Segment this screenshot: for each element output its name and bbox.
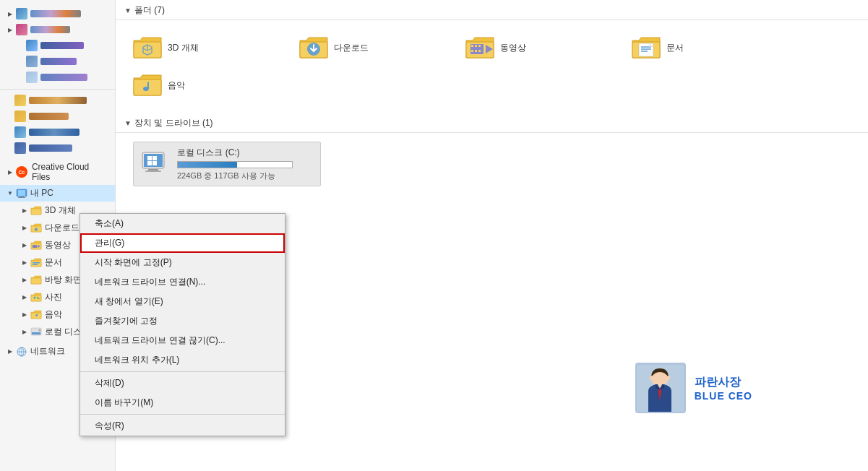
creative-cloud-label: Creative Cloud Files (32, 162, 109, 182)
folder-download-icon (30, 222, 42, 233)
ctx-item-즐겨찾기[interactable]: 즐겨찾기에 고정 (80, 311, 285, 331)
blurred-fav-3 (0, 124, 115, 140)
svg-rect-41 (478, 50, 481, 52)
disk-bar-bg (177, 161, 293, 168)
folder-icon-music (133, 72, 162, 98)
expand-arrow: ▶ (6, 25, 14, 34)
blurred-icon (16, 24, 27, 35)
svg-rect-36 (471, 45, 473, 47)
separator (0, 85, 115, 90)
blurred-label (29, 113, 69, 120)
folder-item-video[interactable]: 동영상 (457, 29, 623, 66)
folder-item-download[interactable]: 다운로드 (291, 29, 457, 66)
svg-rect-3 (18, 190, 25, 196)
ctx-item-드라이브연결끊기[interactable]: 네트워크 드라이브 연결 끊기(C)... (80, 331, 285, 350)
my-pc-label: 내 PC (30, 187, 53, 199)
docs-label: 문서 (45, 256, 62, 269)
chevron-folders: ▼ (124, 7, 132, 14)
svg-point-16 (34, 297, 36, 299)
blurred-label (40, 74, 87, 81)
3d-label: 3D 개체 (45, 204, 76, 217)
music-label: 음악 (45, 308, 62, 321)
expand-arrow-dl: ▶ (20, 223, 29, 232)
blurred-label (30, 26, 70, 33)
device-local-disk[interactable]: 로컬 디스크 (C:) 224GB 중 117GB 사용 가능 (133, 142, 321, 186)
blurred-item-3 (0, 38, 115, 53)
ctx-item-네트워크위치[interactable]: 네트워크 위치 추가(L) (80, 350, 285, 370)
svg-rect-11 (31, 261, 41, 267)
ctx-item-이름바꾸기[interactable]: 이름 바꾸기(M) (80, 393, 285, 412)
expand-arrow-mypc: ▼ (6, 189, 14, 198)
svg-rect-53 (147, 161, 152, 165)
disk-icon (30, 326, 42, 337)
device-icon (139, 148, 171, 180)
sidebar-item-my-pc[interactable]: ▼ 내 PC (0, 185, 115, 202)
folder-item-docs[interactable]: 문서 (623, 29, 789, 66)
folder-item-3d[interactable]: 3D 개체 (124, 29, 291, 66)
folder-desktop-icon (30, 274, 42, 285)
disk-bar-fill (178, 162, 237, 168)
folders-grid: 3D 개체 다운로드 (116, 20, 868, 113)
expand-arrow-3d: ▶ (20, 206, 29, 215)
folder-label-docs: 문서 (666, 42, 684, 54)
desktop-label: 바탕 화면 (45, 274, 82, 286)
device-section: 로컬 디스크 (C:) 224GB 중 117GB 사용 가능 (116, 133, 868, 195)
ctx-item-새창[interactable]: 새 창에서 열기(E) (80, 292, 285, 311)
folder-icon-3d (133, 35, 162, 61)
ctx-item-네트워크드라이브연결[interactable]: 네트워크 드라이브 연결(N)... (80, 272, 285, 292)
svg-rect-5 (18, 197, 25, 198)
folder-icon-download (299, 35, 328, 61)
ctx-item-속성[interactable]: 속성(R) (80, 416, 285, 436)
blurred-fav-4 (0, 140, 115, 156)
ctx-separator-1 (80, 371, 285, 372)
svg-rect-55 (148, 169, 158, 170)
folder-video-icon (30, 239, 42, 251)
ctx-item-삭제[interactable]: 삭제(D) (80, 373, 285, 393)
promo-text: 파란사장 BLUE CEO (695, 375, 752, 402)
photos-label: 사진 (45, 291, 62, 303)
folder-docs-icon (30, 256, 42, 268)
folders-section-label: 폴더 (7) (134, 4, 165, 17)
device-info: 로컬 디스크 (C:) 224GB 중 117GB 사용 가능 (177, 147, 314, 181)
blurred-label (29, 144, 72, 152)
expand-arrow-desk: ▶ (20, 275, 29, 284)
ctx-item-관리[interactable]: 관리(G) (80, 233, 285, 253)
download-label: 다운로드 (45, 222, 80, 234)
blurred-label (29, 97, 87, 104)
svg-rect-15 (31, 295, 41, 301)
folder-icon-docs (632, 35, 661, 61)
blurred-item-5 (0, 69, 115, 85)
promo-avatar (635, 363, 686, 413)
device-name: 로컬 디스크 (C:) (177, 147, 314, 159)
blurred-icon (26, 56, 38, 67)
svg-rect-40 (475, 50, 477, 52)
folder-item-music[interactable]: 음악 (124, 66, 291, 104)
blurred-icon (16, 8, 27, 20)
svg-rect-13 (33, 264, 38, 266)
blurred-top-items: ▶ ▶ (0, 3, 115, 159)
expand-arrow-music: ▶ (20, 310, 29, 319)
folder-label-music: 음악 (168, 79, 185, 92)
ctx-item-축소[interactable]: 축소(A) (80, 214, 285, 233)
device-wrapper: 로컬 디스크 (C:) 224GB 중 117GB 사용 가능 (124, 133, 859, 186)
expand-arrow: ▶ (6, 9, 14, 18)
blurred-label (40, 58, 77, 65)
svg-rect-14 (31, 278, 41, 284)
svg-rect-12 (33, 262, 40, 264)
blurred-item-1: ▶ (0, 6, 115, 22)
sidebar-item-creative-cloud[interactable]: ▶ Cc Creative Cloud Files (0, 159, 115, 185)
folder-music-icon (30, 308, 42, 320)
svg-rect-51 (147, 156, 152, 160)
blurred-fav-2 (0, 108, 115, 124)
folders-section-header: ▼ 폴더 (7) (116, 0, 868, 20)
svg-rect-9 (33, 245, 37, 248)
chevron-devices: ▼ (124, 119, 132, 127)
blurred-icon (26, 40, 38, 51)
expand-arrow-net: ▶ (6, 347, 14, 356)
expand-arrow-disk: ▶ (20, 327, 29, 336)
svg-rect-38 (478, 45, 481, 47)
blurred-icon (14, 126, 26, 138)
svg-text:Cc: Cc (18, 170, 25, 175)
expand-arrow-vid: ▶ (20, 241, 29, 249)
ctx-item-시작화면[interactable]: 시작 화면에 고정(P) (80, 253, 285, 272)
